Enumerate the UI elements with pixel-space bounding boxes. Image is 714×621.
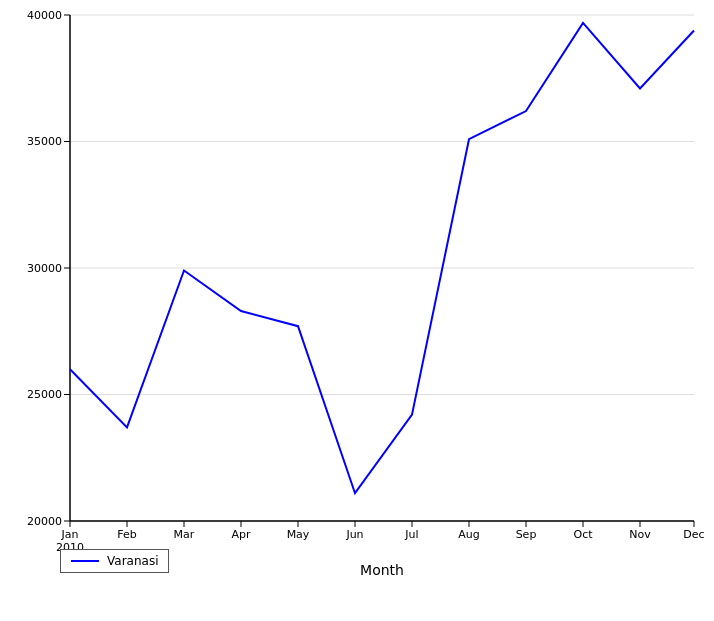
legend-label-varanasi: Varanasi xyxy=(107,554,158,568)
x-tick-may: May xyxy=(287,528,310,541)
chart-container: 40000 35000 30000 25000 20000 Jan 2010 F… xyxy=(0,0,714,621)
x-tick-mar: Mar xyxy=(174,528,195,541)
varanasi-line xyxy=(70,23,694,493)
x-tick-apr: Apr xyxy=(231,528,251,541)
x-tick-nov: Nov xyxy=(629,528,651,541)
y-tick-20000: 20000 xyxy=(27,515,62,528)
y-tick-25000: 25000 xyxy=(27,388,62,401)
line-chart: 40000 35000 30000 25000 20000 Jan 2010 F… xyxy=(0,0,714,621)
x-tick-dec: Dec xyxy=(683,528,704,541)
y-tick-30000: 30000 xyxy=(27,262,62,275)
x-tick-jan: Jan xyxy=(61,528,79,541)
legend-line-varanasi xyxy=(71,560,99,562)
x-axis-label: Month xyxy=(360,562,404,578)
y-tick-40000: 40000 xyxy=(27,9,62,22)
x-tick-aug: Aug xyxy=(458,528,479,541)
y-tick-35000: 35000 xyxy=(27,135,62,148)
x-tick-sep: Sep xyxy=(516,528,537,541)
x-tick-feb: Feb xyxy=(117,528,136,541)
x-tick-oct: Oct xyxy=(573,528,593,541)
x-tick-jun: Jun xyxy=(345,528,363,541)
x-tick-jul: Jul xyxy=(404,528,418,541)
legend: Varanasi xyxy=(60,549,169,573)
